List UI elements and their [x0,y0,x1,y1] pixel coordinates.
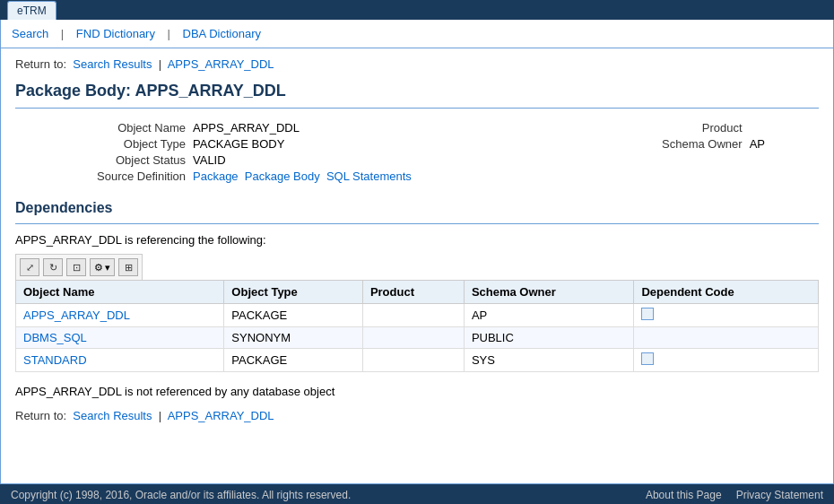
info-row-type: Object Type PACKAGE BODY [69,137,412,151]
columns-icon: ⊞ [125,262,133,274]
breadcrumb-top: Return to: Search Results | APPS_ARRAY_D… [15,57,819,71]
source-package-link[interactable]: Package [193,169,239,183]
return-prefix-bottom: Return to: [15,409,66,422]
info-row-name: Object Name APPS_ARRAY_DDL [69,121,412,135]
page-title: Package Body: APPS_ARRAY_DDL [15,82,819,100]
cell-product [362,327,464,349]
table-row: STANDARDPACKAGESYS [16,349,819,372]
nav-sep-1: | [57,25,67,42]
value-object-type: PACKAGE BODY [193,137,284,151]
return-apps-array-ddl[interactable]: APPS_ARRAY_DDL [168,409,274,422]
col-product: Product [362,281,464,304]
cell-dependent-code [634,349,819,372]
return-sep: | [159,409,161,422]
footer-copyright: Copyright (c) 1998, 2016, Oracle and/or … [11,489,351,501]
cell-object-type: SYNONYM [224,327,363,349]
info-row-source: Source Definition Package Package Body S… [69,169,412,183]
table-header-row: Object Name Object Type Product Schema O… [16,281,819,304]
dependencies-table: Object Name Object Type Product Schema O… [15,280,819,372]
ref-text: APPS_ARRAY_DDL is referencing the follow… [15,233,819,247]
cell-product [362,349,464,372]
refresh-icon: ↻ [49,262,57,274]
object-name-link[interactable]: DBMS_SQL [23,331,87,344]
cell-object-name: DBMS_SQL [16,327,224,349]
table-row: DBMS_SQLSYNONYMPUBLIC [16,327,819,349]
table-row: APPS_ARRAY_DDLPACKAGEAP [16,304,819,327]
label-object-status: Object Status [69,153,186,167]
value-source-def: Package Package Body SQL Statements [193,169,412,183]
breadcrumb-prefix: Return to: [15,57,66,71]
label-object-name: Object Name [69,121,186,135]
breadcrumb-search-results[interactable]: Search Results [73,57,152,71]
source-sql-statements-link[interactable]: SQL Statements [326,169,412,183]
nav-sep-2: | [164,25,174,42]
col-schema-owner: Schema Owner [464,281,634,304]
privacy-statement-link[interactable]: Privacy Statement [736,489,823,501]
col-object-name: Object Name [16,281,224,304]
columns-btn[interactable]: ⊞ [118,258,138,276]
content-area: Return to: Search Results | APPS_ARRAY_D… [1,48,833,483]
dependencies-title: Dependencies [15,200,819,216]
label-product: Product [653,121,743,135]
nav-search[interactable]: Search [10,25,57,42]
section-divider [15,223,819,224]
nav-fnd-dictionary[interactable]: FND Dictionary [67,25,164,42]
object-meta: Object Name APPS_ARRAY_DDL Object Type P… [15,121,819,200]
breadcrumb-sep: | [159,57,161,71]
label-source-def: Source Definition [69,169,186,183]
cell-object-type: PACKAGE [224,304,363,327]
refresh-btn[interactable]: ↻ [43,258,63,276]
cell-object-type: PACKAGE [224,349,363,372]
cell-dependent-code [634,304,819,327]
cell-schema-owner: SYS [464,349,634,372]
about-page-link[interactable]: About this Page [646,489,722,501]
secondary-nav: Search | FND Dictionary | DBA Dictionary [1,20,833,48]
gear-dropdown-btn[interactable]: ⚙ ▾ [90,258,115,276]
value-schema-owner: AP [750,137,765,151]
etrm-tab[interactable]: eTRM [7,1,56,20]
expand-icon: ⤢ [26,262,34,274]
top-bar: eTRM [0,0,834,20]
footer: Copyright (c) 1998, 2016, Oracle and/or … [0,484,834,504]
cell-object-name: APPS_ARRAY_DDL [16,304,224,327]
cell-product [362,304,464,327]
breadcrumb-bottom: Return to: Search Results | APPS_ARRAY_D… [15,409,819,422]
cell-dependent-code [634,327,819,349]
nav-dba-dictionary[interactable]: DBA Dictionary [174,25,270,42]
checkbox-icon[interactable] [641,308,654,320]
not-referenced-text: APPS_ARRAY_DDL is not referenced by any … [15,385,819,398]
col-object-type: Object Type [224,281,363,304]
footer-links: About this Page Privacy Statement [646,489,823,501]
object-info-table: Object Name APPS_ARRAY_DDL Object Type P… [69,121,412,186]
table-toolbar: ⤢ ↻ ⊡ ⚙ ▾ ⊞ [15,254,143,280]
object-name-link[interactable]: STANDARD [23,353,87,367]
detach-icon: ⊡ [73,262,81,274]
meta-right-panel: Product Schema Owner AP [653,121,765,153]
meta-right-schema: Schema Owner AP [653,137,765,151]
chevron-down-icon: ▾ [105,262,110,274]
return-search-results[interactable]: Search Results [73,409,152,422]
label-schema-owner: Schema Owner [653,137,743,151]
checkbox-icon[interactable] [641,352,654,365]
cell-schema-owner: PUBLIC [464,327,634,349]
meta-right-product: Product [653,121,765,135]
expand-btn[interactable]: ⤢ [20,258,39,276]
col-dependent-code: Dependent Code [634,281,819,304]
cell-object-name: STANDARD [16,349,224,372]
label-object-type: Object Type [69,137,186,151]
title-divider [15,108,819,109]
value-object-status: VALID [193,153,226,167]
value-object-name: APPS_ARRAY_DDL [193,121,300,135]
breadcrumb-apps-array-ddl[interactable]: APPS_ARRAY_DDL [168,57,274,71]
detach-btn[interactable]: ⊡ [66,258,86,276]
source-package-body-link[interactable]: Package Body [245,169,320,183]
info-row-status: Object Status VALID [69,153,412,167]
main-container: Search | FND Dictionary | DBA Dictionary… [0,20,834,484]
cell-schema-owner: AP [464,304,634,327]
gear-icon: ⚙ [94,262,103,274]
object-name-link[interactable]: APPS_ARRAY_DDL [23,308,130,322]
